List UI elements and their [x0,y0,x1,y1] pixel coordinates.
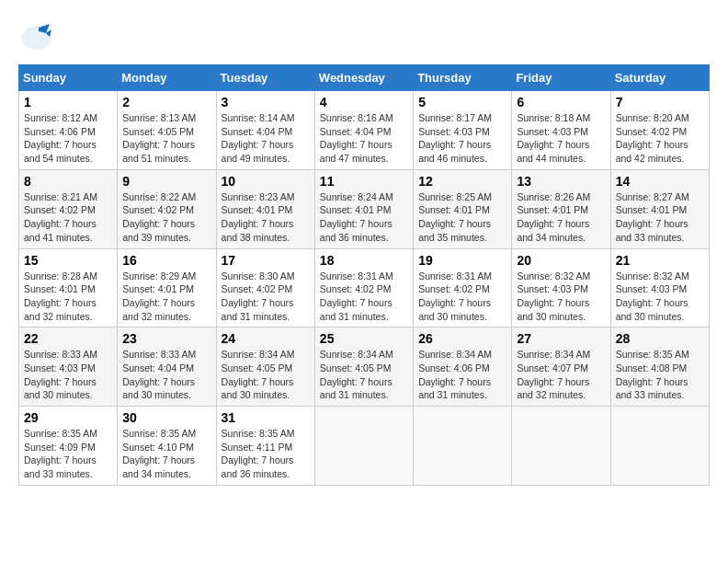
day-number: 29 [24,410,112,425]
day-info: Sunrise: 8:31 AM Sunset: 4:02 PM Dayligh… [320,270,408,324]
day-number: 5 [418,95,506,109]
day-info: Sunrise: 8:34 AM Sunset: 4:05 PM Dayligh… [222,348,310,402]
calendar-day-3: 3 Sunrise: 8:14 AM Sunset: 4:04 PM Dayli… [216,91,314,170]
day-info: Sunrise: 8:12 AM Sunset: 4:06 PM Dayligh… [24,111,112,166]
day-info: Sunrise: 8:34 AM Sunset: 4:07 PM Dayligh… [517,348,605,402]
calendar-day-31: 31 Sunrise: 8:35 AM Sunset: 4:11 PM Dayl… [216,407,314,486]
calendar-day-18: 18 Sunrise: 8:31 AM Sunset: 4:02 PM Dayl… [314,248,413,327]
day-number: 15 [24,253,112,268]
day-info: Sunrise: 8:35 AM Sunset: 4:10 PM Dayligh… [122,427,210,481]
day-number: 27 [517,331,605,346]
day-number: 28 [616,331,704,346]
day-number: 8 [24,174,112,189]
calendar-week-4: 22 Sunrise: 8:33 AM Sunset: 4:03 PM Dayl… [19,327,710,407]
calendar-day-11: 11 Sunrise: 8:24 AM Sunset: 4:01 PM Dayl… [314,169,413,248]
day-header-saturday: Saturday [610,65,709,91]
day-number: 6 [517,95,605,109]
day-number: 26 [418,331,506,346]
calendar-day-7: 7 Sunrise: 8:20 AM Sunset: 4:02 PM Dayli… [610,91,709,170]
empty-cell [314,407,413,486]
calendar-week-5: 29 Sunrise: 8:35 AM Sunset: 4:09 PM Dayl… [19,407,710,486]
day-info: Sunrise: 8:26 AM Sunset: 4:01 PM Dayligh… [517,190,605,245]
day-number: 31 [222,410,310,425]
calendar-day-29: 29 Sunrise: 8:35 AM Sunset: 4:09 PM Dayl… [19,407,118,486]
day-info: Sunrise: 8:24 AM Sunset: 4:01 PM Dayligh… [320,190,408,245]
calendar-day-17: 17 Sunrise: 8:30 AM Sunset: 4:02 PM Dayl… [216,248,314,327]
day-number: 2 [122,95,210,109]
day-header-thursday: Thursday [414,65,512,91]
day-info: Sunrise: 8:16 AM Sunset: 4:04 PM Dayligh… [320,111,408,166]
day-number: 9 [122,174,210,189]
day-info: Sunrise: 8:35 AM Sunset: 4:08 PM Dayligh… [616,348,704,402]
calendar-day-9: 9 Sunrise: 8:22 AM Sunset: 4:02 PM Dayli… [118,169,216,248]
day-info: Sunrise: 8:34 AM Sunset: 4:06 PM Dayligh… [418,348,506,402]
day-number: 24 [222,331,310,346]
day-info: Sunrise: 8:14 AM Sunset: 4:04 PM Dayligh… [222,111,310,166]
day-number: 3 [222,95,310,109]
calendar-day-23: 23 Sunrise: 8:33 AM Sunset: 4:04 PM Dayl… [118,327,216,407]
calendar-day-8: 8 Sunrise: 8:21 AM Sunset: 4:02 PM Dayli… [19,169,118,248]
calendar-day-20: 20 Sunrise: 8:32 AM Sunset: 4:03 PM Dayl… [512,248,610,327]
day-number: 11 [320,174,408,189]
day-info: Sunrise: 8:23 AM Sunset: 4:01 PM Dayligh… [222,190,310,245]
day-header-wednesday: Wednesday [314,65,413,91]
day-info: Sunrise: 8:31 AM Sunset: 4:02 PM Dayligh… [418,270,506,324]
day-number: 7 [616,95,704,109]
day-number: 21 [616,253,704,268]
page-header [18,18,710,55]
day-info: Sunrise: 8:35 AM Sunset: 4:09 PM Dayligh… [24,427,112,481]
empty-cell [610,407,709,486]
day-number: 13 [517,174,605,189]
calendar-day-15: 15 Sunrise: 8:28 AM Sunset: 4:01 PM Dayl… [19,248,118,327]
calendar-day-4: 4 Sunrise: 8:16 AM Sunset: 4:04 PM Dayli… [314,91,413,170]
calendar-day-10: 10 Sunrise: 8:23 AM Sunset: 4:01 PM Dayl… [216,169,314,248]
calendar-day-14: 14 Sunrise: 8:27 AM Sunset: 4:01 PM Dayl… [610,169,709,248]
calendar-day-2: 2 Sunrise: 8:13 AM Sunset: 4:05 PM Dayli… [118,91,216,170]
day-number: 25 [320,331,408,346]
day-number: 18 [320,253,408,268]
calendar-day-24: 24 Sunrise: 8:34 AM Sunset: 4:05 PM Dayl… [216,327,314,407]
calendar-day-19: 19 Sunrise: 8:31 AM Sunset: 4:02 PM Dayl… [414,248,512,327]
day-info: Sunrise: 8:33 AM Sunset: 4:04 PM Dayligh… [122,348,210,402]
day-info: Sunrise: 8:35 AM Sunset: 4:11 PM Dayligh… [222,427,310,481]
day-number: 16 [122,253,210,268]
calendar-table: SundayMondayTuesdayWednesdayThursdayFrid… [18,64,710,486]
day-header-sunday: Sunday [19,65,118,91]
day-header-friday: Friday [512,65,610,91]
logo-icon [18,18,55,55]
day-number: 23 [122,331,210,346]
day-number: 14 [616,174,704,189]
calendar-day-5: 5 Sunrise: 8:17 AM Sunset: 4:03 PM Dayli… [414,91,512,170]
calendar-day-21: 21 Sunrise: 8:32 AM Sunset: 4:03 PM Dayl… [610,248,709,327]
calendar-day-27: 27 Sunrise: 8:34 AM Sunset: 4:07 PM Dayl… [512,327,610,407]
calendar-day-6: 6 Sunrise: 8:18 AM Sunset: 4:03 PM Dayli… [512,91,610,170]
day-number: 1 [24,95,112,109]
calendar-day-26: 26 Sunrise: 8:34 AM Sunset: 4:06 PM Dayl… [414,327,512,407]
day-info: Sunrise: 8:13 AM Sunset: 4:05 PM Dayligh… [122,111,210,166]
day-number: 22 [24,331,112,346]
calendar-header-row: SundayMondayTuesdayWednesdayThursdayFrid… [19,65,710,91]
calendar-day-22: 22 Sunrise: 8:33 AM Sunset: 4:03 PM Dayl… [19,327,118,407]
empty-cell [512,407,610,486]
empty-cell [414,407,512,486]
calendar-week-1: 1 Sunrise: 8:12 AM Sunset: 4:06 PM Dayli… [19,91,710,170]
day-info: Sunrise: 8:32 AM Sunset: 4:03 PM Dayligh… [616,270,704,324]
day-number: 20 [517,253,605,268]
calendar-week-3: 15 Sunrise: 8:28 AM Sunset: 4:01 PM Dayl… [19,248,710,327]
calendar-day-30: 30 Sunrise: 8:35 AM Sunset: 4:10 PM Dayl… [118,407,216,486]
calendar-day-16: 16 Sunrise: 8:29 AM Sunset: 4:01 PM Dayl… [118,248,216,327]
day-info: Sunrise: 8:22 AM Sunset: 4:02 PM Dayligh… [122,190,210,245]
day-info: Sunrise: 8:20 AM Sunset: 4:02 PM Dayligh… [616,111,704,166]
day-number: 12 [418,174,506,189]
calendar-day-25: 25 Sunrise: 8:34 AM Sunset: 4:05 PM Dayl… [314,327,413,407]
day-number: 17 [222,253,310,268]
logo [18,18,59,55]
day-info: Sunrise: 8:27 AM Sunset: 4:01 PM Dayligh… [616,190,704,245]
day-info: Sunrise: 8:21 AM Sunset: 4:02 PM Dayligh… [24,190,112,245]
day-number: 30 [122,410,210,425]
calendar-week-2: 8 Sunrise: 8:21 AM Sunset: 4:02 PM Dayli… [19,169,710,248]
day-info: Sunrise: 8:18 AM Sunset: 4:03 PM Dayligh… [517,111,605,166]
calendar-day-13: 13 Sunrise: 8:26 AM Sunset: 4:01 PM Dayl… [512,169,610,248]
day-info: Sunrise: 8:29 AM Sunset: 4:01 PM Dayligh… [122,270,210,324]
calendar-day-12: 12 Sunrise: 8:25 AM Sunset: 4:01 PM Dayl… [414,169,512,248]
